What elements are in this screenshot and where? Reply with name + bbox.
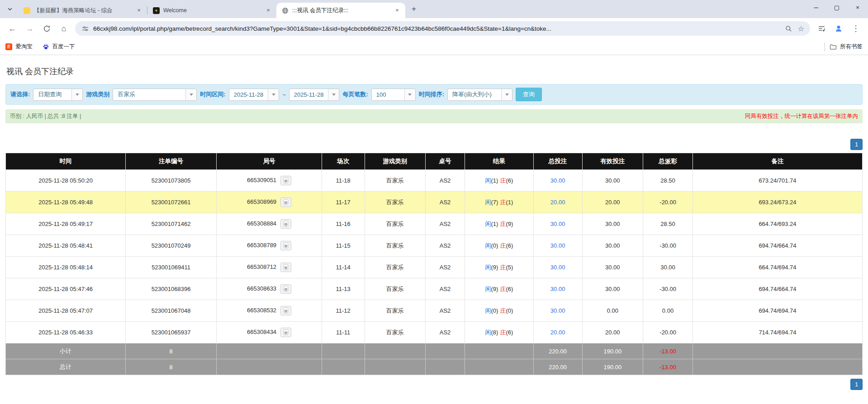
col-time: 时间 <box>6 153 126 170</box>
date-to-select[interactable]: 2025-11-28 <box>289 89 340 101</box>
browser-window: 【新提醒】海燕策略论坛 - 综合 × ✦ Welcome × :::视讯 会员下… <box>0 0 868 390</box>
new-tab-button[interactable]: + <box>408 3 420 15</box>
cell-table-no: AS2 <box>426 257 465 278</box>
chevron-down-icon <box>328 89 339 100</box>
tab-strip: 【新提醒】海燕策略论坛 - 综合 × ✦ Welcome × :::视讯 会员下… <box>0 0 868 18</box>
col-note: 备注 <box>693 153 862 170</box>
round-id: 665308712 <box>247 263 276 270</box>
sort-select[interactable]: 降幂(由大到小) <box>447 89 512 101</box>
col-session: 场次 <box>322 153 365 170</box>
result-player: 闲 <box>485 329 491 336</box>
video-replay-button[interactable] <box>280 219 291 229</box>
result-player: 闲 <box>485 242 491 249</box>
video-replay-button[interactable] <box>280 284 291 294</box>
cell-note: 673.24/701.74 <box>693 170 862 192</box>
total-bet-link[interactable]: 30.00 <box>550 286 565 292</box>
cell-bet-id: 523001071462 <box>126 213 217 235</box>
back-button[interactable]: ← <box>5 21 20 36</box>
total-bet-link[interactable]: 30.00 <box>550 264 565 271</box>
tab-close-icon[interactable]: × <box>265 7 272 14</box>
reload-button[interactable] <box>39 21 54 36</box>
cell-note: 664.74/694.74 <box>693 257 862 278</box>
bookmark-baidu[interactable]: 百度一下 <box>43 43 75 51</box>
query-type-select[interactable]: 日期查询 <box>33 89 83 101</box>
total-bet-link[interactable]: 20.00 <box>550 199 565 206</box>
table-row: 2025-11-28 05:48:41 523001070249 6653087… <box>6 235 863 257</box>
cell-session: 11-18 <box>322 170 365 192</box>
bookmark-star-icon[interactable]: ☆ <box>797 24 806 33</box>
cell-game-type: 百家乐 <box>365 322 425 343</box>
maximize-button[interactable]: ▢ <box>826 0 847 14</box>
url-bar[interactable]: 66cxkj98.com/ipl/portal.php/game/betreco… <box>75 21 810 36</box>
table-row: 2025-11-28 05:48:14 523001069411 6653087… <box>6 257 863 278</box>
date-range-label: 时间区间: <box>200 90 225 99</box>
date-from-select[interactable]: 2025-11-28 <box>229 89 280 101</box>
tab-betrecord[interactable]: :::视讯 会员下注纪录::: × <box>276 3 405 18</box>
bet-record-table: 时间 注单编号 局号 场次 游戏类别 桌号 结果 总投注 有效投注 总派彩 备注… <box>5 153 863 375</box>
cell-time: 2025-11-28 05:49:48 <box>6 192 126 213</box>
page-1-button[interactable]: 1 <box>850 139 863 150</box>
home-button[interactable]: ⌂ <box>56 21 71 36</box>
cell-bet-id: 523001068396 <box>126 278 217 300</box>
tab-forum[interactable]: 【新提醒】海燕策略论坛 - 综合 × <box>18 3 147 18</box>
tab-welcome[interactable]: ✦ Welcome × <box>147 3 276 18</box>
profile-avatar-icon[interactable] <box>831 21 846 36</box>
cell-result: 闲(0)庄(0) <box>465 300 534 322</box>
round-id: 665308789 <box>247 242 276 249</box>
video-replay-button[interactable] <box>280 241 291 250</box>
same-round-notice: 同局有效投注，统一计算在该局第一张注单内 <box>745 113 858 120</box>
page-1-button[interactable]: 1 <box>850 379 863 390</box>
video-replay-button[interactable] <box>280 197 291 207</box>
total-bet-link[interactable]: 30.00 <box>550 221 565 227</box>
minimize-button[interactable]: ─ <box>806 0 826 14</box>
tab-close-icon[interactable]: × <box>394 7 401 14</box>
round-id: 665308434 <box>247 329 276 335</box>
menu-kebab-icon[interactable]: ⋮ <box>848 21 863 36</box>
cell-time: 2025-11-28 05:47:46 <box>6 278 126 300</box>
result-banker-count: (6) <box>506 177 513 184</box>
cell-session: 11-13 <box>322 278 365 300</box>
tab-search-button[interactable] <box>4 3 16 15</box>
cell-note: 664.74/693.24 <box>693 213 862 235</box>
bookmark-aitaobao[interactable]: 爱 爱淘宝 <box>5 43 33 51</box>
search-button[interactable]: 查询 <box>516 88 542 101</box>
page-size-value: 100 <box>372 91 404 98</box>
game-type-label: 游戏类别 <box>86 90 109 99</box>
cell-time: 2025-11-28 05:48:41 <box>6 235 126 257</box>
all-bookmarks-label: 所有书签 <box>840 43 863 51</box>
cell-valid-bet: 30.00 <box>582 213 643 235</box>
total-bet-link[interactable]: 30.00 <box>550 307 565 314</box>
cell-result: 闲(1)庄(6) <box>465 170 534 192</box>
result-banker: 庄 <box>500 264 506 271</box>
total-bet-link[interactable]: 20.00 <box>550 329 565 336</box>
table-row: 2025-11-28 05:47:46 523001068396 6653086… <box>6 278 863 300</box>
forward-button[interactable]: → <box>22 21 37 36</box>
cell-table-no: AS2 <box>426 192 465 213</box>
film-icon <box>283 242 289 249</box>
cell-bet-id: 523001067048 <box>126 300 217 322</box>
col-table-no: 桌号 <box>426 153 465 170</box>
video-replay-button[interactable] <box>280 176 291 185</box>
video-replay-button[interactable] <box>280 328 291 337</box>
date-from-value: 2025-11-28 <box>229 91 268 98</box>
total-bet-link[interactable]: 30.00 <box>550 242 565 249</box>
video-replay-button[interactable] <box>280 306 291 315</box>
result-banker-count: (6) <box>506 329 513 336</box>
query-type-value: 日期查询 <box>33 90 71 99</box>
media-controls-icon[interactable] <box>814 21 829 36</box>
table-row: 2025-11-28 05:46:33 523001065937 6653084… <box>6 322 863 343</box>
all-bookmarks-button[interactable]: 所有书签 <box>830 43 863 51</box>
zoom-icon[interactable] <box>784 24 793 33</box>
cell-session: 11-14 <box>322 257 365 278</box>
video-replay-button[interactable] <box>280 263 291 272</box>
total-bet-link[interactable]: 30.00 <box>550 177 565 184</box>
cell-result: 闲(9)庄(5) <box>465 257 534 278</box>
game-type-select[interactable]: 百家乐 <box>113 89 197 101</box>
page-size-select[interactable]: 100 <box>371 89 416 101</box>
round-id: 665308633 <box>247 285 276 292</box>
cell-payout: 0.00 <box>643 300 693 322</box>
close-button[interactable]: × <box>847 0 868 14</box>
bookmarks-divider <box>825 42 825 52</box>
site-settings-icon[interactable] <box>81 24 90 33</box>
tab-close-icon[interactable]: × <box>135 7 142 14</box>
